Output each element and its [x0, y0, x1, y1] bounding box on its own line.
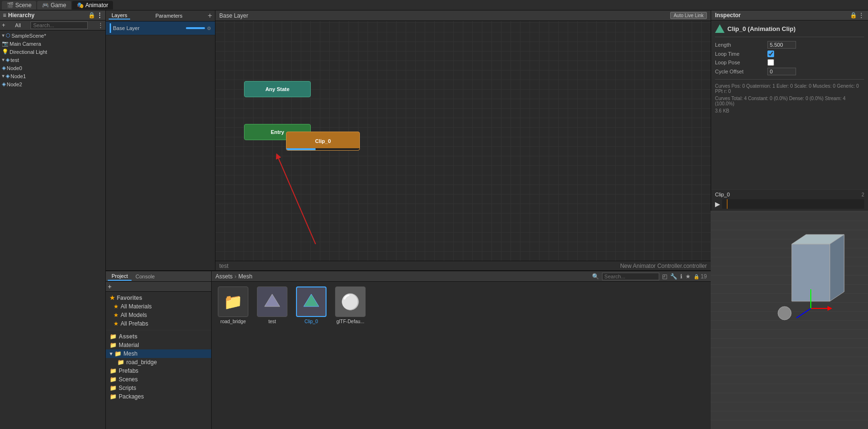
asset-thumb-clip0: [296, 286, 327, 317]
scene-3d-viewport[interactable]: [711, 211, 868, 429]
hierarchy-add-btn[interactable]: +: [2, 22, 5, 29]
asset-item-gltf[interactable]: ⚪ glTF-Defau...: [334, 286, 367, 324]
clip0-label: Clip_0: [310, 136, 336, 146]
asset-search-input[interactable]: [602, 273, 659, 280]
tree-item-node0[interactable]: ◈ Node0: [0, 64, 105, 72]
layer-gear-icon[interactable]: ⚙: [207, 26, 211, 31]
hierarchy-search-input[interactable]: [31, 21, 88, 29]
assets-item-mesh[interactable]: ▾ 📁 Mesh: [106, 349, 211, 358]
tab-parameters[interactable]: Parameters: [153, 12, 185, 19]
add-layer-button[interactable]: +: [208, 12, 212, 20]
asset-toolbar: 🔍 ◰ 🔧 ℹ ★ 🔒 19: [592, 273, 707, 280]
any-state-node[interactable]: Any State: [244, 81, 311, 97]
asset-label-gltf: glTF-Defau...: [337, 319, 364, 324]
tree-item-samplescene[interactable]: ▾ ⬡ SampleScene*: [0, 31, 105, 40]
favorites-item-materials[interactable]: ★ All Materials: [106, 302, 211, 311]
inspector-lock-icon[interactable]: 🔒: [850, 12, 857, 19]
graph-layer-name: Base Layer: [219, 12, 248, 19]
inspector-label-length: Length: [715, 42, 767, 48]
tree-item-maincamera[interactable]: 📷 Main Camera: [0, 40, 105, 48]
assets-item-scenes[interactable]: 📁 Scenes: [106, 375, 211, 384]
scenes-label: Scenes: [119, 376, 138, 383]
asset-item-test[interactable]: test: [255, 286, 289, 324]
roadbridge-label: road_bridge: [126, 359, 157, 366]
tab-layers[interactable]: Layers: [109, 12, 130, 20]
top-bar-tabs: 🎬 Scene 🎮 Game 🎭 Animator: [0, 1, 115, 10]
base-layer-item[interactable]: Base Layer ⚙: [106, 21, 215, 35]
sphere-icon-gltf: ⚪: [341, 293, 360, 311]
assets-item-material[interactable]: 📁 Material: [106, 341, 211, 349]
svg-line-1: [277, 156, 316, 244]
inspector-label-looptime: Loop Time: [715, 51, 767, 57]
inspector-row-looppose: Loop Pose: [715, 58, 864, 67]
tree-item-test[interactable]: ▾ ◈ test: [0, 56, 105, 64]
tab-game[interactable]: 🎮 Game: [37, 1, 71, 10]
assets-item-packages[interactable]: 📁 Packages: [106, 392, 211, 401]
breadcrumb-sep: ›: [235, 273, 236, 280]
material-folder-icon: 📁: [110, 342, 117, 348]
inspector-value-length[interactable]: [767, 41, 796, 49]
svg-point-11: [778, 306, 791, 320]
favorites-item-prefabs[interactable]: ★ All Prefabs: [106, 319, 211, 328]
tree-item-node1[interactable]: ▾ ◈ Node1: [0, 72, 105, 80]
hierarchy-icon: ≡: [3, 12, 6, 19]
expand-arrow: ▾: [2, 32, 5, 39]
clip0-node[interactable]: Clip_0: [286, 132, 360, 151]
breadcrumb-assets[interactable]: Assets: [215, 273, 233, 280]
asset-toolbar-icon4[interactable]: ℹ: [680, 273, 683, 280]
scenes-folder-icon: 📁: [110, 376, 117, 383]
hierarchy-menu-icon[interactable]: ⋮: [97, 12, 102, 19]
test-label: test: [10, 57, 19, 63]
anim-timeline-header: Clip_0 2: [715, 192, 864, 197]
hierarchy-options-icon[interactable]: ⋮: [98, 22, 103, 29]
inspector-checkbox-looppose[interactable]: [767, 59, 774, 66]
camera-icon: 📷: [2, 41, 9, 47]
fav-models-label: All Models: [121, 312, 147, 318]
anim-clip-name: Clip_0: [715, 192, 730, 197]
tab-console[interactable]: Console: [132, 273, 158, 280]
breadcrumb-mesh[interactable]: Mesh: [238, 273, 252, 280]
asset-count-label: 🔒 19: [694, 273, 707, 280]
tab-animator[interactable]: 🎭 Animator: [72, 1, 113, 10]
inspector-value-cycleoffset[interactable]: [767, 68, 796, 75]
inspector-row-cycleoffset: Cycle Offset: [715, 67, 864, 76]
asset-toolbar-icon1[interactable]: 🔍: [592, 273, 599, 280]
assets-item-scripts[interactable]: 📁 Scripts: [106, 384, 211, 392]
inspector-menu-icon[interactable]: ⋮: [858, 12, 864, 19]
anim-controls-row: ▶: [715, 199, 864, 209]
favorites-item-models[interactable]: ★ All Models: [106, 311, 211, 319]
asset-item-roadbridge[interactable]: 📁 road_bridge: [216, 286, 250, 324]
asset-item-clip0[interactable]: Clip_0: [295, 286, 328, 324]
clip-triangle-icon: [715, 24, 725, 33]
assets-item-prefabs[interactable]: 📁 Prefabs: [106, 367, 211, 375]
asset-toolbar-icon3[interactable]: 🔧: [670, 273, 677, 280]
scene-label: SampleScene*: [11, 33, 46, 39]
scene-3d-object-svg: [763, 225, 858, 320]
svg-line-9: [797, 308, 811, 318]
folder-icon-roadbridge: 📁: [224, 293, 243, 311]
prefabs-folder-icon: 📁: [110, 368, 117, 374]
tree-item-directionallight[interactable]: 💡 Directional Light: [0, 48, 105, 56]
inspector-label-cycleoffset: Cycle Offset: [715, 69, 767, 74]
asset-thumb-gltf: ⚪: [335, 286, 366, 317]
hierarchy-header: ≡ Hierarchy 🔒 ⋮: [0, 10, 105, 20]
tree-item-node2[interactable]: ◈ Node2: [0, 80, 105, 88]
tab-scene[interactable]: 🎬 Scene: [2, 1, 36, 10]
assets-item-roadbridge[interactable]: 📁 road_bridge: [106, 358, 211, 367]
hierarchy-tree: ▾ ⬡ SampleScene* 📷 Main Camera 💡 Directi…: [0, 31, 105, 429]
inspector-title: Inspector: [715, 12, 741, 19]
asset-browser-header: Assets › Mesh 🔍 ◰ 🔧 ℹ ★ 🔒 19: [212, 271, 711, 282]
favorites-header: ★ Favorites: [106, 294, 211, 302]
asset-toolbar-icon5[interactable]: ★: [685, 273, 691, 280]
node-icon-0: ◈: [2, 65, 6, 71]
anim-play-button[interactable]: ▶: [715, 200, 720, 208]
anim-track[interactable]: [722, 199, 864, 209]
tab-project[interactable]: Project: [108, 272, 132, 281]
inspector-checkbox-looptime[interactable]: [767, 51, 774, 57]
animator-graph[interactable]: Base Layer Auto Live Link: [215, 10, 711, 270]
asset-toolbar-icon2[interactable]: ◰: [662, 273, 667, 280]
any-state-label: Any State: [261, 84, 295, 94]
auto-live-button[interactable]: Auto Live Link: [670, 12, 707, 19]
fav-prefabs-label: All Prefabs: [121, 320, 148, 327]
project-add-button[interactable]: +: [108, 283, 112, 290]
